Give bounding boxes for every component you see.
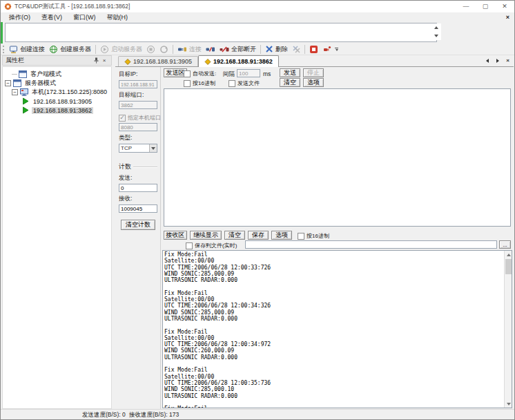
tree-item-connection-3905[interactable]: 192.168.188.91:3905 xyxy=(3,97,111,106)
clear-counter-button[interactable]: 清空计数 xyxy=(121,220,155,230)
send-button[interactable]: 发送 xyxy=(280,68,300,77)
received-count-input[interactable]: 1009045 xyxy=(119,204,157,213)
connection-tree: 客户端模式 − 服务器模式 − 本机(172.31.150.225):8080 … xyxy=(2,66,112,409)
save-to-file-checkbox[interactable] xyxy=(186,242,193,249)
connection-tab-icon xyxy=(124,58,131,65)
tab-scroll-left-button[interactable] xyxy=(484,57,490,64)
send-hex-checkbox[interactable] xyxy=(184,80,191,87)
tab-connection-3862[interactable]: 192.168.188.91:3862 xyxy=(198,55,279,67)
resume-display-button[interactable]: 继续显示 xyxy=(190,231,222,240)
send-file-checkbox[interactable] xyxy=(229,80,235,87)
recv-speed-status: 接收速度(B/S): 173 xyxy=(129,411,179,419)
auto-send-checkbox[interactable] xyxy=(184,70,191,77)
scroll-down-button[interactable] xyxy=(505,400,512,408)
received-count-label: 接收: xyxy=(119,195,157,203)
menu-operation[interactable]: 操作(O) xyxy=(3,13,36,22)
app-icon xyxy=(4,3,12,10)
send-textarea[interactable] xyxy=(164,88,511,227)
scrollbar-thumb[interactable] xyxy=(505,259,512,274)
tab-scroll-right-button[interactable] xyxy=(494,57,501,64)
tree-item-client-mode[interactable]: 客户端模式 xyxy=(3,70,111,79)
receive-options-button[interactable]: 选项 xyxy=(271,231,292,240)
stop-display-icon xyxy=(309,45,318,54)
app-window: TCP&UDP测试工具 - [192.168.188.91:3862] — ▢ … xyxy=(0,0,515,420)
properties-panel: 属性栏 × 客户端模式 − 服务器模式 − xyxy=(2,55,112,409)
menu-help[interactable]: 帮助(H) xyxy=(101,13,134,22)
toolbar-separator xyxy=(173,45,173,54)
delete-all-icon xyxy=(292,45,300,53)
collapse-icon[interactable]: − xyxy=(12,89,18,95)
toolbar-grip xyxy=(3,46,5,53)
type-label: 类型: xyxy=(119,134,157,142)
send-receive-area: 发送区 自动发送: 间隔 100 ms 发送 停止 按16进制 xyxy=(161,67,514,409)
send-file-checkbox-row: 发送文件 xyxy=(229,79,260,87)
spinner-up-button[interactable] xyxy=(431,23,441,32)
receive-log: Fix Mode:Fail Satellite:00/00 UTC TIME:2… xyxy=(162,250,512,408)
toolbar-separator xyxy=(260,45,261,54)
menu-view[interactable]: 查看(V) xyxy=(36,13,68,22)
panel-close-button[interactable]: × xyxy=(100,57,108,65)
scroll-up-button[interactable] xyxy=(505,251,512,258)
mdi-child-close-button[interactable]: × xyxy=(506,12,509,22)
menu-window[interactable]: 窗口(W) xyxy=(68,13,101,22)
refresh-button xyxy=(157,44,171,55)
statusbar: 发送速度(B/S): 0 接收速度(B/S): 173 xyxy=(1,409,514,419)
pin-button[interactable] xyxy=(92,57,100,65)
receive-hex-checkbox[interactable] xyxy=(298,233,304,240)
tree-item-local-host[interactable]: − 本机(172.31.150.225):8080 xyxy=(3,88,111,97)
receive-scrollbar[interactable] xyxy=(504,251,512,408)
create-server-button[interactable]: 创建服务器 xyxy=(47,44,93,55)
stop-button: 停止 xyxy=(303,68,324,77)
sent-count-input[interactable]: 0 xyxy=(119,184,157,192)
connection-properties: 目标IP: 192.168.188.91 目标端口: 3862 ✓ 指定本机端口… xyxy=(115,67,161,409)
toolbar-overflow-button[interactable] xyxy=(335,48,338,51)
tree-item-server-mode[interactable]: − 服务器模式 xyxy=(3,79,111,88)
close-button[interactable]: ✕ xyxy=(495,1,514,12)
spinner-down-button[interactable] xyxy=(431,32,441,40)
recv-speed-value: 173 xyxy=(169,411,179,418)
menubar: 操作(O) 查看(V) 窗口(W) 帮助(H) xyxy=(1,12,514,22)
tab-connection-3905[interactable]: 192.168.188.91:3905 xyxy=(118,56,198,66)
session-pane: 192.168.188.91:3905 192.168.188.91:3862 … xyxy=(115,55,514,409)
send-options-button[interactable]: 选项 xyxy=(303,78,324,87)
target-port-label: 目标端口: xyxy=(119,91,157,99)
stop-display-button[interactable] xyxy=(307,44,320,55)
tools-icon xyxy=(322,45,331,54)
send-file-label: 发送文件 xyxy=(237,79,260,87)
save-to-file-checkbox-row: 保存到文件(实时) xyxy=(186,242,237,249)
browse-file-button[interactable]: ... xyxy=(499,240,511,249)
tools-button[interactable] xyxy=(320,44,333,55)
new-connection-icon xyxy=(9,45,18,54)
receive-clear-button[interactable]: 清空 xyxy=(224,231,245,240)
local-host-icon xyxy=(20,88,28,96)
quick-send-combobox[interactable] xyxy=(5,23,437,42)
disconnect-button[interactable] xyxy=(204,44,217,55)
receive-zone-button[interactable]: 接收区 xyxy=(164,231,187,240)
delete-icon xyxy=(265,45,273,53)
disconnect-all-button[interactable]: 全部断开 xyxy=(217,44,258,55)
local-port-checkbox: ✓ xyxy=(119,115,126,122)
type-select[interactable]: TCP xyxy=(119,144,157,153)
arrow-down-icon xyxy=(507,403,511,405)
create-connection-button[interactable]: 创建连接 xyxy=(7,44,47,55)
connect-button: 连接 xyxy=(175,44,204,55)
receive-save-button[interactable]: 保存 xyxy=(248,231,269,240)
chevron-down-icon xyxy=(336,49,338,51)
window-title: TCP&UDP测试工具 - [192.168.188.91:3862] xyxy=(14,3,130,11)
delete-button[interactable]: 删除 xyxy=(263,44,290,55)
tab-close-button[interactable]: × xyxy=(505,57,511,64)
minimize-button[interactable]: — xyxy=(456,1,476,12)
toolbar-separator xyxy=(95,45,96,54)
receive-log-text[interactable]: Fix Mode:Fail Satellite:00/00 UTC TIME:2… xyxy=(164,251,503,408)
properties-panel-title: 属性栏 xyxy=(6,56,24,65)
send-clear-button[interactable]: 清空 xyxy=(280,78,300,87)
main-area: 属性栏 × 客户端模式 − 服务器模式 − xyxy=(1,55,514,409)
arrow-right-icon xyxy=(496,59,499,63)
collapse-icon[interactable]: − xyxy=(5,80,11,86)
arrow-up-icon xyxy=(507,254,511,256)
maximize-button[interactable]: ▢ xyxy=(476,1,495,12)
start-server-button: 启动服务器 xyxy=(98,44,144,55)
save-file-path-input[interactable] xyxy=(245,240,497,249)
tree-item-connection-3862[interactable]: 192.168.188.91:3862 xyxy=(3,106,111,115)
session-content: 目标IP: 192.168.188.91 目标端口: 3862 ✓ 指定本机端口… xyxy=(115,67,514,409)
